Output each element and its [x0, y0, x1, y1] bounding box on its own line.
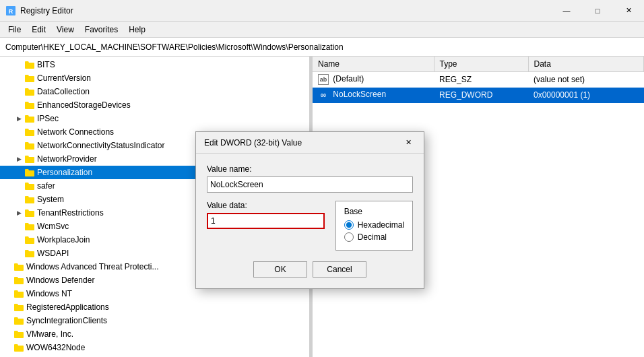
dialog-buttons: OK Cancel [207, 261, 413, 278]
base-label: Base [344, 207, 404, 216]
dialog-close-button[interactable]: ✕ [393, 132, 424, 154]
cancel-button[interactable]: Cancel [313, 261, 366, 278]
hexadecimal-label: Hexadecimal [358, 220, 404, 230]
value-data-label: Value data: [207, 201, 325, 210]
value-name-label: Value name: [207, 164, 413, 174]
dialog-data-row: Value data: Base Hexadecimal Decimal [207, 201, 413, 251]
edit-dword-dialog: Edit DWORD (32-bit) Value ✕ Value name: … [195, 131, 424, 289]
dialog-title-bar: Edit DWORD (32-bit) Value ✕ [196, 132, 424, 154]
value-data-input[interactable] [207, 213, 325, 229]
ok-button[interactable]: OK [253, 261, 307, 278]
base-container: Base Hexadecimal Decimal [335, 201, 413, 251]
dialog-overlay: Edit DWORD (32-bit) Value ✕ Value name: … [0, 0, 644, 357]
dialog-title: Edit DWORD (32-bit) Value [204, 138, 302, 148]
value-name-input[interactable] [207, 176, 413, 193]
decimal-radio-item[interactable]: Decimal [344, 232, 404, 242]
decimal-radio[interactable] [344, 232, 354, 242]
value-data-container: Value data: [207, 201, 325, 229]
hexadecimal-radio[interactable] [344, 220, 354, 230]
hexadecimal-radio-item[interactable]: Hexadecimal [344, 220, 404, 230]
dialog-body: Value name: Value data: Base Hexadecimal… [196, 154, 424, 288]
decimal-label: Decimal [358, 232, 387, 242]
